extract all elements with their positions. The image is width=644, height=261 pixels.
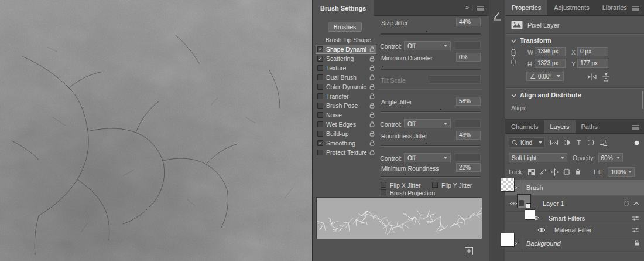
angle-jitter-value[interactable]: 58% — [456, 97, 481, 106]
minimum-diameter-slider[interactable] — [381, 69, 481, 70]
slider-thumb[interactable] — [426, 143, 427, 144]
lock-artboard-icon[interactable] — [563, 168, 570, 175]
layer-name[interactable]: Layer 1 — [543, 200, 564, 207]
tab-properties[interactable]: Properties — [505, 0, 547, 15]
panel-menu-icon[interactable] — [477, 6, 484, 11]
tab-brush-settings[interactable]: Brush Settings — [313, 0, 374, 16]
layer-row-brush[interactable]: Brush — [505, 180, 644, 196]
filter-adjustment-layers-icon[interactable] — [563, 139, 570, 146]
layer-name[interactable]: Smart Filters — [549, 215, 585, 222]
option-checkbox[interactable] — [317, 103, 323, 109]
x-field[interactable]: 0 px — [577, 47, 608, 56]
flip-horizontal-icon[interactable] — [587, 73, 597, 80]
layer-name[interactable]: Brush — [526, 184, 543, 191]
slider-thumb[interactable] — [405, 174, 406, 175]
brush-option-wet-edges[interactable]: Wet Edges — [316, 120, 376, 129]
size-jitter-slider[interactable] — [381, 33, 481, 35]
filter-pixel-layers-icon[interactable] — [550, 139, 558, 146]
flip-y-checkbox[interactable] — [432, 182, 438, 188]
lock-all-icon[interactable] — [575, 168, 581, 175]
layer-row-smart-filters[interactable]: Smart Filters — [505, 212, 644, 225]
chevron-down-icon[interactable] — [511, 39, 516, 43]
layer-name[interactable]: Material Filter — [554, 226, 592, 233]
brush-option-brush-tip-shape[interactable]: Brush Tip Shape — [316, 35, 376, 45]
filter-blend-options-icon[interactable] — [632, 227, 639, 233]
slider-thumb[interactable] — [440, 109, 441, 110]
angle-control-dropdown[interactable]: Off — [404, 119, 451, 128]
option-checkbox[interactable] — [317, 150, 323, 155]
layer-thumbnail[interactable] — [501, 233, 515, 247]
filter-toggle[interactable] — [634, 140, 639, 145]
panel-menu-icon[interactable] — [632, 125, 639, 130]
slider-thumb[interactable] — [382, 66, 383, 67]
tab-paths[interactable]: Paths — [576, 120, 604, 133]
layer-row-background[interactable]: Background — [505, 235, 644, 252]
scrollbar[interactable] — [642, 91, 643, 109]
chevron-down-icon[interactable] — [511, 94, 516, 97]
document-canvas[interactable] — [0, 0, 312, 261]
new-brush-button[interactable] — [465, 247, 473, 255]
fill-dropdown[interactable]: 100% — [608, 167, 635, 177]
filter-shape-layers-icon[interactable] — [587, 139, 594, 146]
brush-option-dual-brush[interactable]: Dual Brush — [316, 73, 376, 82]
option-checkbox[interactable] — [317, 84, 323, 90]
minimum-roundness-slider[interactable] — [381, 176, 481, 177]
collapse-panel-icon[interactable]: » — [465, 4, 469, 11]
tab-layers[interactable]: Layers — [544, 120, 575, 133]
option-checkbox[interactable] — [317, 112, 323, 118]
brush-option-noise[interactable]: Noise — [316, 110, 376, 120]
height-field[interactable]: 1323 px — [535, 59, 566, 68]
layer-row-material-filter[interactable]: Material Filter — [505, 225, 644, 235]
option-checkbox[interactable] — [317, 93, 323, 99]
option-checkbox[interactable] — [317, 121, 323, 127]
minimum-diameter-value[interactable]: 0% — [456, 53, 481, 62]
rotation-angle-dropdown[interactable]: ∠ 0.00° — [526, 72, 564, 81]
option-checkbox[interactable] — [317, 74, 323, 80]
brush-option-texture[interactable]: Texture — [316, 63, 376, 73]
brush-option-build-up[interactable]: Build-up — [316, 129, 376, 138]
tab-libraries[interactable]: Libraries — [596, 0, 633, 15]
opacity-dropdown[interactable]: 60% — [598, 153, 623, 162]
layer-thumbnail[interactable] — [501, 178, 515, 192]
filter-blend-options-icon[interactable] — [632, 215, 639, 221]
visibility-toggle[interactable] — [533, 227, 550, 233]
minimum-roundness-value[interactable]: 22% — [456, 163, 481, 172]
option-checkbox[interactable]: ✓ — [317, 46, 323, 52]
lock-position-icon[interactable] — [551, 168, 559, 176]
brush-option-smoothing[interactable]: ✓Smoothing — [316, 138, 376, 148]
brush-option-shape-dynamics[interactable]: ✓Shape Dynamics — [316, 45, 376, 54]
flip-x-checkbox[interactable] — [381, 182, 386, 188]
lock-transparency-icon[interactable] — [528, 169, 535, 175]
brush-option-color-dynamics[interactable]: Color Dynamics — [316, 82, 376, 91]
filter-type-layers-icon[interactable]: T — [576, 139, 582, 146]
width-field[interactable]: 1396 px — [535, 47, 566, 56]
option-checkbox[interactable] — [317, 65, 323, 71]
angle-jitter-slider[interactable] — [381, 111, 481, 112]
roundness-jitter-value[interactable]: 43% — [456, 131, 481, 140]
slider-thumb[interactable] — [426, 31, 427, 32]
option-checkbox[interactable]: ✓ — [317, 140, 323, 146]
brush-settings-dock-icon[interactable] — [492, 11, 502, 21]
flip-vertical-icon[interactable] — [602, 72, 609, 82]
blend-mode-dropdown[interactable]: Soft Light — [509, 153, 567, 162]
layer-thumbnail[interactable] — [517, 194, 531, 208]
size-jitter-value[interactable]: 44% — [456, 18, 481, 26]
layer-name[interactable]: Background — [526, 240, 561, 247]
brushes-button[interactable]: Brushes — [328, 22, 362, 32]
tab-adjustments[interactable]: Adjustments — [547, 0, 596, 15]
panel-menu-icon[interactable] — [632, 6, 639, 11]
brush-option-scattering[interactable]: ✓Scattering — [316, 54, 376, 63]
roundness-jitter-slider[interactable] — [381, 145, 481, 146]
roundness-control-dropdown[interactable]: Off — [404, 153, 451, 162]
filter-kind-dropdown[interactable]: Kind — [509, 137, 545, 148]
tab-channels[interactable]: Channels — [505, 120, 544, 133]
y-field[interactable]: 177 px — [577, 59, 608, 68]
brush-option-protect-texture[interactable]: Protect Texture — [316, 148, 376, 157]
size-control-dropdown[interactable]: Off — [404, 41, 451, 50]
filter-smart-objects-icon[interactable] — [600, 139, 607, 146]
option-checkbox[interactable]: ✓ — [317, 56, 323, 62]
filter-mask-thumbnail[interactable] — [525, 209, 535, 220]
brush-option-transfer[interactable]: Transfer — [316, 91, 376, 101]
collapse-chevron-icon[interactable] — [633, 202, 639, 205]
option-checkbox[interactable] — [317, 131, 323, 137]
